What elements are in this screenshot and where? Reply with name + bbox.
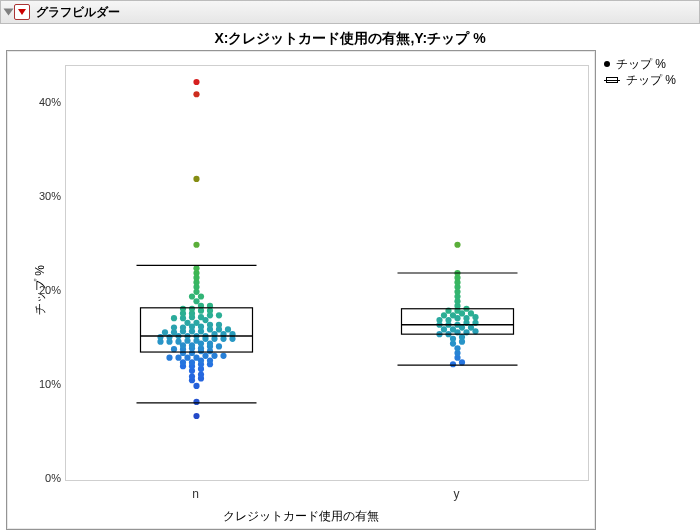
- data-point[interactable]: [175, 355, 181, 361]
- panel-menu-button[interactable]: [14, 4, 30, 20]
- data-point[interactable]: [225, 326, 231, 332]
- y-tick-label: 10%: [39, 378, 61, 390]
- legend: チップ % チップ %: [604, 56, 676, 88]
- plot-area: [65, 65, 589, 481]
- data-point[interactable]: [198, 372, 204, 378]
- disclosure-triangle-icon[interactable]: [4, 9, 14, 16]
- data-point[interactable]: [175, 339, 181, 345]
- data-point[interactable]: [207, 340, 213, 346]
- data-point[interactable]: [450, 312, 456, 318]
- data-point[interactable]: [216, 343, 222, 349]
- x-tick-label: y: [454, 487, 460, 501]
- data-point[interactable]: [436, 317, 442, 323]
- dropdown-arrow-icon: [18, 9, 26, 15]
- data-point[interactable]: [193, 298, 199, 304]
- chart-svg: [66, 66, 588, 480]
- data-point[interactable]: [193, 265, 199, 271]
- panel-title: グラフビルダー: [36, 4, 120, 21]
- point-glyph-icon: [604, 61, 610, 67]
- data-point[interactable]: [459, 334, 465, 340]
- y-tick-label: 40%: [39, 96, 61, 108]
- data-point[interactable]: [463, 315, 469, 321]
- plot-frame[interactable]: チップ % クレジットカード使用の有無 0%10%20%30%40%ny: [6, 50, 596, 530]
- data-point[interactable]: [450, 326, 456, 332]
- data-point[interactable]: [441, 312, 447, 318]
- data-point[interactable]: [193, 399, 199, 405]
- data-point[interactable]: [193, 242, 199, 248]
- data-point[interactable]: [189, 306, 195, 312]
- data-point[interactable]: [193, 91, 199, 97]
- x-tick-label: n: [192, 487, 199, 501]
- boxplot-glyph-icon: [604, 75, 620, 85]
- data-point[interactable]: [193, 383, 199, 389]
- data-point[interactable]: [220, 353, 226, 359]
- app-window: グラフビルダー X:クレジットカード使用の有無,Y:チップ % チップ % クレ…: [0, 0, 700, 530]
- data-point[interactable]: [198, 314, 204, 320]
- data-point[interactable]: [202, 353, 208, 359]
- data-point[interactable]: [157, 334, 163, 340]
- data-point[interactable]: [454, 242, 460, 248]
- data-point[interactable]: [189, 373, 195, 379]
- data-point[interactable]: [193, 413, 199, 419]
- data-point[interactable]: [180, 359, 186, 365]
- legend-label: チップ %: [616, 56, 666, 73]
- data-point[interactable]: [207, 357, 213, 363]
- data-point[interactable]: [441, 326, 447, 332]
- data-point[interactable]: [207, 322, 213, 328]
- data-point[interactable]: [216, 322, 222, 328]
- data-point[interactable]: [189, 359, 195, 365]
- data-point[interactable]: [459, 359, 465, 365]
- legend-label: チップ %: [626, 72, 676, 89]
- y-tick-label: 0%: [45, 472, 61, 484]
- data-point[interactable]: [171, 315, 177, 321]
- data-point[interactable]: [171, 324, 177, 330]
- data-point[interactable]: [162, 329, 168, 335]
- data-point[interactable]: [193, 176, 199, 182]
- data-point[interactable]: [184, 320, 190, 326]
- panel-titlebar[interactable]: グラフビルダー: [0, 0, 700, 24]
- data-point[interactable]: [468, 310, 474, 316]
- data-point[interactable]: [180, 306, 186, 312]
- data-point[interactable]: [166, 355, 172, 361]
- y-tick-label: 20%: [39, 284, 61, 296]
- chart-title: X:クレジットカード使用の有無,Y:チップ %: [0, 30, 700, 48]
- y-tick-label: 30%: [39, 190, 61, 202]
- legend-item-points[interactable]: チップ %: [604, 56, 676, 72]
- data-point[interactable]: [450, 336, 456, 342]
- data-point[interactable]: [166, 334, 172, 340]
- x-axis-label: クレジットカード使用の有無: [223, 508, 379, 525]
- data-point[interactable]: [180, 324, 186, 330]
- data-point[interactable]: [193, 79, 199, 85]
- data-point[interactable]: [189, 293, 195, 299]
- data-point[interactable]: [454, 345, 460, 351]
- data-point[interactable]: [216, 312, 222, 318]
- data-point[interactable]: [198, 293, 204, 299]
- svg-rect-2: [141, 308, 253, 352]
- data-point[interactable]: [445, 317, 451, 323]
- data-point[interactable]: [171, 346, 177, 352]
- data-point[interactable]: [211, 353, 217, 359]
- data-point[interactable]: [184, 355, 190, 361]
- data-point[interactable]: [193, 355, 199, 361]
- data-point[interactable]: [193, 320, 199, 326]
- legend-item-box[interactable]: チップ %: [604, 72, 676, 88]
- data-point[interactable]: [189, 342, 195, 348]
- data-point[interactable]: [450, 361, 456, 367]
